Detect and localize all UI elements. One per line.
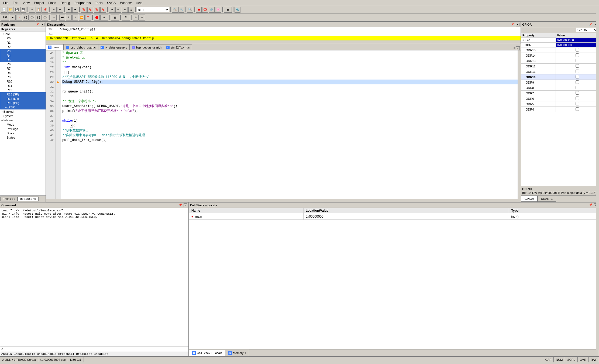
debug-stop-btn[interactable]: ⏹ [196, 7, 202, 13]
menu-debug[interactable]: Debug [58, 1, 72, 5]
pin-disasm-icon[interactable]: 📌 [511, 23, 514, 26]
reg-r15[interactable]: R15 (PC) [0, 101, 46, 105]
braces1-btn[interactable]: {} [23, 15, 29, 20]
menu-peripherals[interactable]: Peripherals [72, 1, 93, 5]
odr10-checkbox[interactable] [576, 75, 579, 78]
reg-r14[interactable]: R14 (LR) [0, 97, 46, 101]
braces4-btn[interactable]: {} [42, 15, 48, 20]
debug-circle-btn[interactable]: ⭕ [202, 7, 208, 13]
build-btn[interactable]: 🔨 [172, 7, 178, 13]
breakpoint-btn[interactable]: ⬤ [94, 15, 100, 20]
cl28-fold[interactable]: − [64, 71, 67, 74]
nav-back-btn[interactable]: ⬅ [66, 7, 72, 13]
registers-scroll[interactable]: − Core R0 R1 R2 R3 R4 R5 R6 R7 R8 R9 R10… [0, 32, 46, 195]
menu-file[interactable]: File [1, 1, 11, 5]
odr11-checkbox[interactable] [576, 70, 579, 73]
rst-btn[interactable]: RST [1, 15, 9, 20]
settings-btn[interactable]: ⚙ [133, 15, 139, 20]
trace-btn[interactable]: ↯ [122, 15, 130, 20]
save-all-btn[interactable]: 💾 [20, 7, 26, 13]
prop-odr5-cb[interactable] [556, 101, 599, 107]
indent-btn[interactable]: ⇥ [109, 7, 115, 13]
gpioa-tab[interactable]: GPIOA [521, 196, 538, 202]
reg-r8[interactable]: R8 [0, 71, 46, 75]
rebuild-btn[interactable]: 🔧 [178, 7, 184, 13]
step-into-btn[interactable]: ⬇ [66, 15, 72, 20]
debug-flower-btn[interactable]: 🌸 [215, 7, 221, 13]
step-over-btn[interactable]: ⏭ [59, 15, 65, 20]
pin-gpioa-icon[interactable]: 📌 [589, 23, 592, 26]
odr8-checkbox[interactable] [576, 86, 579, 89]
bookmark4-btn[interactable]: 🔖 [100, 7, 106, 13]
code-content[interactable]: 24 25 26 27 28 29 30 31 32 33 34 35 36 3… [46, 50, 521, 199]
registers-tab[interactable]: Registers [18, 197, 38, 201]
braces2-btn[interactable]: {} [29, 15, 35, 20]
bookmark3-btn[interactable]: 🔖 [94, 7, 100, 13]
tab-menu-btn[interactable]: ≡ [514, 46, 515, 50]
odr9-checkbox[interactable] [576, 80, 579, 84]
idr-expand-icon[interactable]: + [522, 39, 524, 42]
prop-odr6-cb[interactable] [556, 96, 599, 101]
prop-odr12-cb[interactable] [556, 64, 599, 69]
show-next-btn[interactable]: 📍 [85, 15, 91, 20]
reg-mode[interactable]: Mode [0, 122, 46, 127]
reg-r7[interactable]: R7 [0, 66, 46, 71]
reg-r0[interactable]: R0 [0, 36, 46, 40]
save-btn[interactable]: 💾 [14, 7, 20, 13]
odr4-checkbox[interactable] [576, 107, 579, 111]
odr-expand-icon[interactable]: − [522, 43, 524, 47]
reg-r11[interactable]: R11 [0, 84, 46, 88]
xpsr-expand-icon[interactable]: + [5, 106, 7, 109]
undo-btn[interactable]: ↩ [51, 7, 57, 13]
prop-odr7-cb[interactable] [556, 91, 599, 96]
gpioa-prop-scroll[interactable]: Property Value +IDR 0x0000D600 −ODR [521, 33, 599, 186]
pin-callstack-icon[interactable]: 📌 [589, 203, 592, 207]
debug-link-btn[interactable]: 🔗 [209, 7, 215, 13]
odr14-checkbox[interactable] [576, 53, 579, 57]
reg-privilege[interactable]: Privilege [0, 127, 46, 131]
dbg-view-btn[interactable]: ▤ [111, 15, 119, 20]
tab-rx-queue-c[interactable]: C rx_data_queue.c [98, 44, 129, 50]
reg-r6[interactable]: R6 [0, 62, 46, 66]
call-stack-content[interactable]: Name Location/Value Type ♦ main 0x000000… [189, 208, 599, 349]
nav-fwd-btn[interactable]: ➡ [72, 7, 78, 13]
pin-command-icon[interactable]: 📌 [179, 203, 182, 207]
reg-group-internal[interactable]: − Internal [0, 118, 46, 122]
system-expand-icon[interactable]: − [1, 115, 3, 118]
redo-btn[interactable]: ↪ [57, 7, 63, 13]
reg-group-banked[interactable]: + Banked [0, 109, 46, 114]
run-to-btn[interactable]: ⏩ [79, 15, 85, 20]
menu-project[interactable]: Project [32, 1, 46, 5]
tab-bsp-debug-usart-c[interactable]: C bsp_debug_usart.c [64, 44, 98, 50]
win-btn[interactable]: ⊞ [100, 15, 108, 20]
tab-call-stack-locals[interactable]: 📋 Call Stack + Locals [189, 350, 225, 356]
gpioa-select[interactable]: GPIOA [576, 28, 598, 32]
prop-odr4-cb[interactable] [556, 107, 599, 112]
prop-odr11-cb[interactable] [556, 69, 599, 74]
arrow-btn[interactable]: → [51, 15, 57, 20]
target-combo[interactable]: ull_i [137, 7, 169, 12]
reg-r2[interactable]: R2 [0, 45, 46, 49]
menu-edit[interactable]: Edit [11, 1, 20, 5]
prop-odr15-cb[interactable] [556, 47, 599, 53]
step-out-btn[interactable]: ⬆ [72, 15, 78, 20]
reg-r1[interactable]: R1 [0, 40, 46, 45]
reg-r13[interactable]: R13 (SP) [0, 92, 46, 97]
menu-svcs[interactable]: SVCS [105, 1, 118, 5]
odr5-checkbox[interactable] [576, 102, 579, 105]
reg-r4[interactable]: R4 [0, 53, 46, 58]
odr13-checkbox[interactable] [576, 59, 579, 62]
reg-group-system[interactable]: − System [0, 114, 46, 118]
tab-stm32-it-c[interactable]: C stm32f4xx_it.c [164, 44, 192, 50]
debug-stop2-btn[interactable]: ✕ [16, 15, 22, 20]
menu-view[interactable]: View [20, 1, 32, 5]
reg-r3[interactable]: R3 [0, 49, 46, 53]
format2-btn[interactable]: ≣ [128, 7, 134, 13]
pin-icon[interactable]: 📌 [36, 23, 39, 26]
reg-states[interactable]: States [0, 135, 46, 140]
odr6-checkbox[interactable] [576, 97, 579, 100]
unindent-btn[interactable]: ⇤ [115, 7, 121, 13]
prop-odr10-cb[interactable] [556, 74, 599, 80]
debug-run-btn[interactable]: ▶ [10, 15, 16, 20]
close-disasm-btn[interactable]: ✕ [516, 23, 519, 26]
